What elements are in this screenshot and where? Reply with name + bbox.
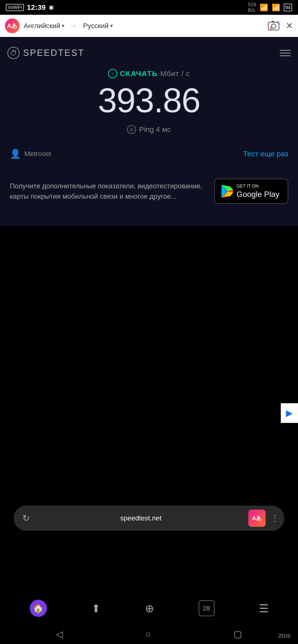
- home-icon: 🏠: [33, 603, 44, 614]
- lang-arrow-icon: →: [70, 22, 77, 30]
- tab-count-label: 28: [203, 604, 210, 612]
- get-it-on-label: GET IT ON: [237, 184, 279, 189]
- lang-to-label: Русский: [83, 22, 109, 30]
- svg-text:あ: あ: [270, 26, 273, 30]
- camera-translate-icon[interactable]: A あ: [268, 20, 280, 32]
- download-speed-value: 393.86: [7, 83, 291, 118]
- retest-button[interactable]: Тест еще раз: [243, 150, 288, 158]
- svg-text:A: A: [277, 20, 279, 24]
- hamburger-line: [280, 56, 291, 56]
- lang-from-label: Английский: [23, 22, 60, 30]
- ping-value: Ping 4 мс: [139, 125, 171, 134]
- speedtest-area: ⏱ SPEEDTEST ↓ СКАЧАТЬ Мбит / с 393.86 ◎ …: [0, 37, 298, 226]
- wifi-icon: 📶: [260, 4, 268, 12]
- menu-nav-icon[interactable]: ☰: [259, 602, 269, 615]
- home-nav-button[interactable]: 🏠: [30, 600, 47, 617]
- status-right: 519B/s 📶 📶 94: [248, 2, 292, 13]
- server-name-text: Metroset: [24, 150, 51, 158]
- ad-play-icon: ▶: [286, 408, 293, 418]
- lang-to-chevron: ▾: [110, 23, 113, 29]
- google-play-text: GET IT ON Google Play: [237, 184, 279, 199]
- recording-icon: ▣: [49, 4, 54, 10]
- share-icon[interactable]: ⬆: [91, 602, 101, 615]
- system-home-button[interactable]: ○: [146, 629, 151, 639]
- speedometer-icon: ⏱: [10, 49, 17, 57]
- back-button[interactable]: ◁: [56, 629, 63, 639]
- google-play-button[interactable]: GET IT ON Google Play: [214, 179, 288, 204]
- app-label: 2GIS: [278, 633, 291, 639]
- recent-apps-button[interactable]: ▢: [234, 629, 242, 639]
- google-play-icon: [221, 184, 233, 198]
- black-area: ▶: [0, 226, 298, 423]
- translate-avatar: Aあ: [5, 18, 20, 33]
- signal-icon: 📶: [272, 4, 280, 12]
- hamburger-line: [280, 53, 291, 54]
- more-options-button[interactable]: ⋮: [271, 513, 279, 523]
- logo-circle: ⏱: [7, 47, 20, 59]
- status-bar: VoWiFi 12:39 ▣ 519B/s 📶 📶 94: [0, 0, 298, 15]
- tab-count-button[interactable]: 28: [199, 600, 214, 616]
- lang-from-selector[interactable]: Английский ▾: [23, 22, 64, 30]
- hamburger-line: [280, 50, 291, 51]
- ping-section: ◎ Ping 4 мс: [7, 125, 291, 134]
- reload-button[interactable]: ↻: [19, 511, 33, 526]
- system-nav: ◁ ○ ▢ 2GIS: [0, 624, 298, 644]
- ping-icon: ◎: [127, 125, 136, 134]
- server-name: 👤 Metroset: [10, 149, 51, 159]
- download-label: ↓ СКАЧАТЬ Мбит / с: [7, 69, 291, 78]
- bottom-nav: 🏠 ⬆ ⊕ 28 ☰: [0, 592, 298, 624]
- browser-translate-button[interactable]: Aあ: [248, 510, 266, 527]
- svg-rect-2: [272, 21, 274, 22]
- download-label-text: СКАЧАТЬ: [120, 70, 158, 78]
- translation-bar-close[interactable]: ✕: [286, 21, 293, 31]
- translation-bar: Aあ Английский ▾ → Русский ▾ A あ ✕: [0, 15, 298, 37]
- promo-text: Получите дополнительные показатели, виде…: [10, 181, 207, 202]
- menu-button[interactable]: [280, 50, 291, 56]
- speedtest-header: ⏱ SPEEDTEST: [7, 47, 291, 59]
- add-tab-icon[interactable]: ⊕: [145, 602, 154, 615]
- person-icon: 👤: [10, 149, 21, 159]
- ad-badge: ▶: [281, 403, 298, 423]
- download-unit-text: Мбит / с: [160, 70, 190, 78]
- lang-from-chevron: ▾: [62, 23, 64, 29]
- download-arrow-icon: ↓: [108, 69, 117, 78]
- url-bar[interactable]: speedtest.net: [38, 514, 243, 522]
- network-speed-icon: 519B/s: [248, 2, 256, 13]
- battery-icon: 94: [284, 4, 292, 11]
- server-row: 👤 Metroset Тест еще раз: [7, 144, 291, 164]
- speedtest-logo: ⏱ SPEEDTEST: [7, 47, 85, 59]
- google-play-name: Google Play: [237, 190, 279, 199]
- speedtest-logo-text: SPEEDTEST: [23, 48, 85, 58]
- browser-translate-label: Aあ: [252, 514, 262, 522]
- status-time: 12:39: [27, 3, 46, 12]
- download-section: ↓ СКАЧАТЬ Мбит / с 393.86: [7, 69, 291, 118]
- lang-to-selector[interactable]: Русский ▾: [83, 22, 113, 30]
- promo-section: Получите дополнительные показатели, виде…: [7, 171, 291, 214]
- browser-bar: ↻ speedtest.net Aあ ⋮: [14, 506, 284, 531]
- status-left: VoWiFi 12:39 ▣: [6, 3, 54, 12]
- translate-icons: A あ ✕: [268, 20, 293, 32]
- vowifi-indicator: VoWiFi: [6, 4, 24, 11]
